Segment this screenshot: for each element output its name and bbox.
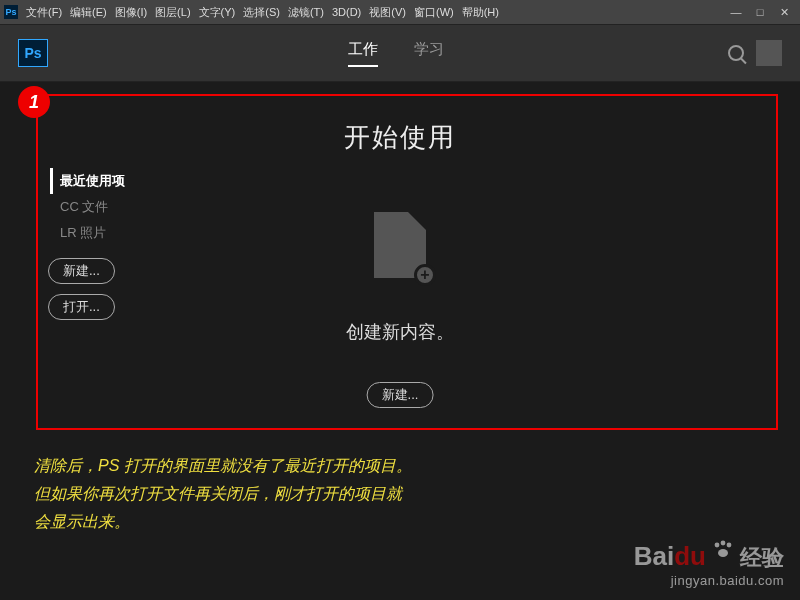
svg-point-1 [721,541,726,546]
user-box[interactable] [756,40,782,66]
menu-image[interactable]: 图像(I) [115,5,147,20]
watermark: Baidu 经验 jingyan.baidu.com [634,541,784,588]
start-sidebar: 最近使用项 CC 文件 LR 照片 [50,168,125,246]
window-maximize[interactable]: □ [748,6,772,18]
menu-window[interactable]: 窗口(W) [414,5,454,20]
caption-text: 清除后，PS 打开的界面里就没有了最近打开的项目。 但如果你再次打开文件再关闭后… [34,452,412,536]
tabs: 工作 学习 [348,40,444,67]
sidebar-new-button[interactable]: 新建... [48,258,115,284]
menu-select[interactable]: 选择(S) [243,5,280,20]
window-minimize[interactable]: — [724,6,748,18]
watermark-url: jingyan.baidu.com [634,573,784,588]
app-icon-mini: Ps [4,5,18,19]
menu-3d[interactable]: 3D(D) [332,6,361,18]
menu-file[interactable]: 文件(F) [26,5,62,20]
center-new-button[interactable]: 新建... [367,382,434,408]
search-icon[interactable] [728,45,744,61]
caption-line-1: 清除后，PS 打开的界面里就没有了最近打开的项目。 [34,452,412,480]
app-logo: Ps [18,39,48,67]
window-close[interactable]: ✕ [772,6,796,19]
tab-learn[interactable]: 学习 [414,40,444,67]
menu-edit[interactable]: 编辑(E) [70,5,107,20]
menu-view[interactable]: 视图(V) [369,5,406,20]
svg-point-0 [715,543,720,548]
menu-help[interactable]: 帮助(H) [462,5,499,20]
plus-icon: + [414,264,436,286]
watermark-jy: 经验 [740,543,784,573]
svg-point-2 [727,543,732,548]
create-new-label: 创建新内容。 [0,320,800,344]
sidebar-item-lr[interactable]: LR 照片 [50,220,125,246]
caption-line-3: 会显示出来。 [34,508,412,536]
caption-line-2: 但如果你再次打开文件再关闭后，刚才打开的项目就 [34,480,412,508]
paw-icon [712,539,734,563]
menu-layer[interactable]: 图层(L) [155,5,190,20]
sidebar-item-recent[interactable]: 最近使用项 [50,168,125,194]
sidebar-item-cc[interactable]: CC 文件 [50,194,125,220]
menubar: Ps 文件(F) 编辑(E) 图像(I) 图层(L) 文字(Y) 选择(S) 滤… [0,0,800,24]
menu-filter[interactable]: 滤镜(T) [288,5,324,20]
watermark-brand: Baidu [634,541,706,572]
new-document-icon: + [374,212,426,278]
tab-work[interactable]: 工作 [348,40,378,67]
header: Ps 工作 学习 [0,24,800,82]
workspace: 1 开始使用 最近使用项 CC 文件 LR 照片 新建... 打开... + 创… [0,82,800,600]
svg-point-3 [718,549,728,557]
start-title: 开始使用 [0,120,800,155]
menu-type[interactable]: 文字(Y) [199,5,236,20]
sidebar-open-button[interactable]: 打开... [48,294,115,320]
annotation-badge: 1 [18,86,50,118]
